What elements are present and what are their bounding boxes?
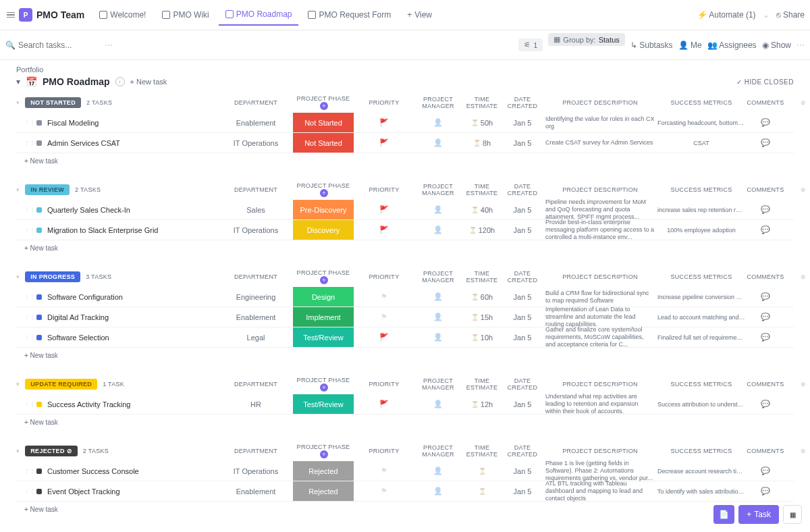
drag-handle-icon[interactable]: ⋮⋮ <box>24 227 31 233</box>
task-name[interactable]: Migration to Slack Enterprise Grid <box>47 226 158 234</box>
estimate-cell[interactable]: ⏳10h <box>462 334 502 342</box>
column-header[interactable]: SUCCESS METRICS <box>657 99 745 106</box>
search-input[interactable] <box>18 41 99 50</box>
phase-cell[interactable]: Test/Review <box>293 394 354 414</box>
dept-cell[interactable]: Enablement <box>219 313 293 321</box>
tab-wiki[interactable]: PMO Wiki <box>155 5 215 25</box>
column-header[interactable]: SUCCESS METRICS <box>657 448 745 454</box>
info-icon[interactable]: i <box>115 77 125 86</box>
comment-cell[interactable]: 💬 <box>745 118 786 127</box>
filter-count-pill[interactable]: ⚟1 <box>518 38 543 51</box>
column-header[interactable]: PROJECT PHASE + <box>293 444 354 458</box>
tab-roadmap[interactable]: PMO Roadmap <box>219 4 299 26</box>
estimate-cell[interactable]: ⏳50h <box>462 119 502 127</box>
estimate-cell[interactable]: ⏳ <box>462 488 502 495</box>
column-header[interactable]: PRIORITY <box>354 273 414 280</box>
column-header[interactable]: DEPARTMENT <box>219 381 293 388</box>
task-row[interactable]: ⋮⋮ Quarterly Sales Check-In Sales Pre-Di… <box>16 200 794 220</box>
task-row[interactable]: ⋮⋮ Migration to Slack Enterprise Grid IT… <box>16 220 794 240</box>
date-cell[interactable]: Jan 5 <box>502 334 543 342</box>
estimate-cell[interactable]: ⏳60h <box>462 293 502 301</box>
new-task-button[interactable]: + New task <box>16 348 794 363</box>
comment-cell[interactable]: 💬 <box>745 487 786 496</box>
comment-cell[interactable]: 💬 <box>745 467 786 475</box>
pm-cell[interactable]: 👤 <box>414 225 462 234</box>
phase-cell[interactable]: Design <box>293 287 354 307</box>
add-column-icon[interactable]: ⊕ <box>801 381 806 388</box>
date-cell[interactable]: Jan 5 <box>502 467 543 475</box>
hide-closed-button[interactable]: ✓ HIDE CLOSED <box>736 78 794 86</box>
collapse-icon[interactable]: ▾ <box>16 77 20 86</box>
estimate-cell[interactable]: ⏳ <box>462 468 502 475</box>
column-header[interactable]: TIME ESTIMATE <box>462 377 502 391</box>
assignees-button[interactable]: 👥 Assignees <box>707 41 757 50</box>
pm-cell[interactable]: 👤 <box>414 400 462 408</box>
metrics-cell[interactable]: Decrease account research time for CSMs … <box>657 468 745 475</box>
phase-add-icon[interactable]: + <box>320 450 328 458</box>
column-header[interactable]: TIME ESTIMATE <box>462 444 502 458</box>
comment-cell[interactable]: 💬 <box>745 292 786 301</box>
status-square-icon[interactable] <box>36 489 42 494</box>
comment-cell[interactable]: 💬 <box>745 205 786 214</box>
status-square-icon[interactable] <box>36 140 42 146</box>
comment-cell[interactable]: 💬 <box>745 225 786 234</box>
column-header[interactable]: PRIORITY <box>354 448 414 454</box>
automate-link[interactable]: ⚡ Automate (1) <box>697 10 756 20</box>
status-square-icon[interactable] <box>36 315 42 320</box>
drag-handle-icon[interactable]: ⋮⋮ <box>24 488 31 494</box>
column-header[interactable]: PRIORITY <box>354 186 414 193</box>
subtasks-button[interactable]: ↳ Subtasks <box>630 41 673 50</box>
column-header[interactable]: PROJECT MANAGER <box>414 183 462 196</box>
dept-cell[interactable]: IT Operations <box>219 139 293 147</box>
column-header[interactable]: PROJECT DESCRIPTION <box>543 99 657 106</box>
show-button[interactable]: ◉ Show <box>762 41 791 50</box>
phase-cell[interactable]: Discovery <box>293 220 354 240</box>
desc-cell[interactable]: Create CSAT survey for Admin Services <box>543 138 657 148</box>
desc-cell[interactable]: Gather and finalize core system/tool req… <box>543 325 657 349</box>
column-header[interactable]: PROJECT DESCRIPTION <box>543 186 657 193</box>
float-task-button[interactable]: + Task <box>738 505 779 524</box>
estimate-cell[interactable]: ⏳120h <box>462 226 502 234</box>
dept-cell[interactable]: Engineering <box>219 293 293 301</box>
task-row[interactable]: ⋮⋮ Success Activity Tracking HR Test/Rev… <box>16 394 794 415</box>
estimate-cell[interactable]: ⏳15h <box>462 313 502 321</box>
column-header[interactable]: DATE CREATED <box>502 96 543 109</box>
phase-cell[interactable]: Not Started <box>293 133 354 153</box>
column-header[interactable]: TIME ESTIMATE <box>462 270 502 284</box>
share-link[interactable]: ⎋ Share <box>776 10 805 20</box>
comment-cell[interactable]: 💬 <box>745 333 786 342</box>
more-icon[interactable]: ⋯ <box>796 41 805 50</box>
pm-cell[interactable]: 👤 <box>414 292 462 301</box>
drag-handle-icon[interactable]: ⋮⋮ <box>24 468 31 474</box>
column-header[interactable]: PROJECT MANAGER <box>414 444 462 458</box>
task-row[interactable]: ⋮⋮ Software Configuration Engineering De… <box>16 287 794 307</box>
priority-cell[interactable]: ⚑ <box>354 292 414 301</box>
column-header[interactable]: SUCCESS METRICS <box>657 381 745 388</box>
new-task-button[interactable]: + New task <box>16 415 794 430</box>
desc-cell[interactable]: ATL BTL tracking with Tableau dashboard … <box>543 479 657 503</box>
column-header[interactable]: SUCCESS METRICS <box>657 273 745 280</box>
pm-cell[interactable]: 👤 <box>414 205 462 214</box>
drag-handle-icon[interactable]: ⋮⋮ <box>24 401 31 407</box>
task-name[interactable]: Customer Success Console <box>47 467 139 475</box>
status-square-icon[interactable] <box>36 335 42 340</box>
column-header[interactable]: TIME ESTIMATE <box>462 96 502 109</box>
column-header[interactable]: PROJECT DESCRIPTION <box>543 381 657 388</box>
metrics-cell[interactable]: Increase pipeline conversion of new busi… <box>657 294 745 300</box>
dept-cell[interactable]: Sales <box>219 206 293 214</box>
column-header[interactable]: DEPARTMENT <box>219 186 293 193</box>
drag-handle-icon[interactable]: ⋮⋮ <box>24 314 31 320</box>
drag-handle-icon[interactable]: ⋮⋮ <box>24 334 31 340</box>
column-header[interactable]: COMMENTS <box>745 99 786 106</box>
date-cell[interactable]: Jan 5 <box>502 293 543 301</box>
task-name[interactable]: Quarterly Sales Check-In <box>47 206 130 214</box>
search-wrap[interactable]: 🔍 <box>5 41 99 50</box>
phase-add-icon[interactable]: + <box>320 383 328 392</box>
task-name[interactable]: Software Selection <box>47 334 109 342</box>
priority-cell[interactable]: 🚩 <box>354 333 414 342</box>
phase-add-icon[interactable]: + <box>320 189 328 197</box>
phase-cell[interactable]: Implement <box>293 307 354 327</box>
priority-cell[interactable]: ⚑ <box>354 313 414 321</box>
tab-view-add[interactable]: +View <box>400 5 439 25</box>
group-collapse-icon[interactable]: ▾ <box>16 186 20 193</box>
